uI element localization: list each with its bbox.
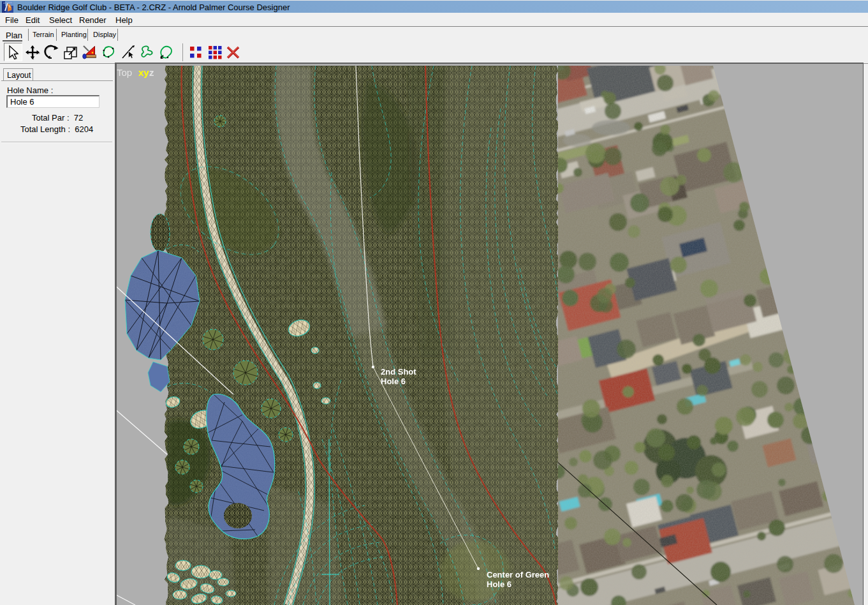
svg-text:Top: Top	[117, 67, 132, 78]
svg-text:z: z	[149, 67, 154, 78]
svg-text:Hole 6: Hole 6	[381, 377, 406, 386]
svg-text:Hole 6: Hole 6	[487, 579, 511, 589]
svg-text:Center of Green: Center of Green	[487, 570, 549, 579]
svg-text:xy: xy	[138, 67, 149, 78]
svg-text:2nd Shot: 2nd Shot	[381, 367, 416, 377]
